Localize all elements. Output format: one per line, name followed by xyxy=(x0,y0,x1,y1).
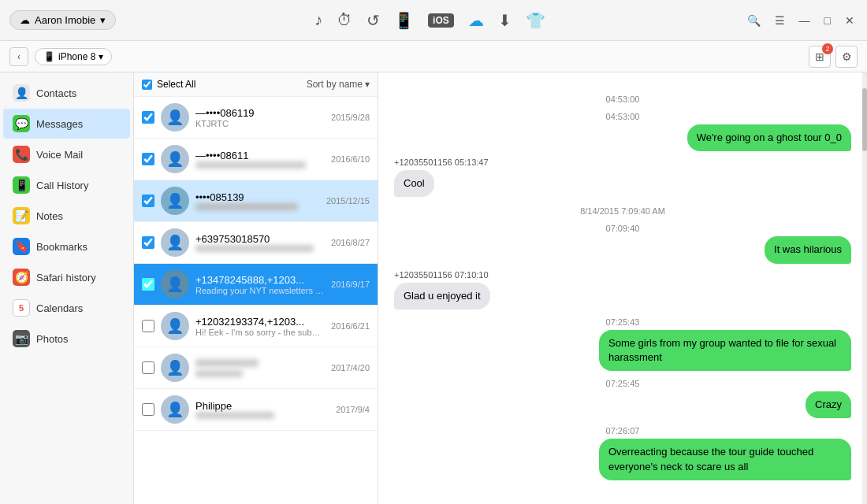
chevron-down-icon: ▾ xyxy=(100,14,106,26)
avatar: 👤 xyxy=(161,187,189,215)
contacts-icon: 👤 xyxy=(13,84,30,102)
import-button[interactable]: ⊞ 2 xyxy=(809,46,831,68)
history-icon[interactable]: ⏱ xyxy=(337,11,352,29)
item-checkbox[interactable] xyxy=(142,320,154,332)
message-bubble: Cool xyxy=(394,170,434,197)
item-checkbox[interactable] xyxy=(142,153,154,165)
message-bubble: It was hilarious xyxy=(765,236,851,263)
contact-meta: 2017/9/4 xyxy=(336,405,370,414)
sidebar-label-contacts: Contacts xyxy=(36,87,76,99)
sidebar-item-callhistory[interactable]: 📱 Call History xyxy=(3,170,130,200)
tshirt-icon[interactable]: 👕 xyxy=(526,11,545,30)
titlebar: ☁ Aaron Imobie ▾ ♪ ⏱ ↺ 📱 iOS ☁ ⬇ 👕 🔍 ☰ —… xyxy=(0,0,867,41)
toolbar-right: ⊞ 2 ⚙ xyxy=(809,46,858,68)
menu-win-button[interactable]: ☰ xyxy=(772,13,788,28)
scrollbar[interactable] xyxy=(862,72,867,504)
search-win-button[interactable]: 🔍 xyxy=(744,13,764,28)
msg-row: It was hilarious xyxy=(394,236,851,263)
contact-date: 2017/9/4 xyxy=(336,405,370,414)
calendars-icon: 5 xyxy=(13,299,30,317)
contact-preview xyxy=(195,161,306,169)
item-checkbox[interactable] xyxy=(142,361,154,374)
item-checkbox[interactable] xyxy=(142,195,154,207)
contact-name xyxy=(195,359,259,367)
maximize-win-button[interactable]: □ xyxy=(821,13,834,28)
item-checkbox[interactable] xyxy=(142,278,154,291)
list-item[interactable]: 👤 +639753018570 2016/8/27 xyxy=(134,222,378,264)
contact-meta: 2015/9/28 xyxy=(331,113,370,122)
toolbar: ‹ 📱 iPhone 8 ▾ ⊞ 2 ⚙ xyxy=(0,41,867,72)
sidebar-item-calendars[interactable]: 5 Calendars xyxy=(3,293,130,323)
safari-icon: 🧭 xyxy=(13,269,30,286)
sort-button[interactable]: Sort by name ▾ xyxy=(307,79,370,90)
cloud-icon: ☁ xyxy=(20,14,30,26)
contact-date: 2016/6/21 xyxy=(331,321,370,331)
sort-chevron-icon: ▾ xyxy=(365,79,370,90)
item-checkbox[interactable] xyxy=(142,403,154,416)
msg-col: Crazy xyxy=(806,391,851,418)
message-bubble: Crazy xyxy=(806,391,851,418)
list-item[interactable]: 👤 Philippe 2017/9/4 xyxy=(134,389,378,431)
callhistory-icon: 📱 xyxy=(13,176,30,194)
settings-button[interactable]: ⚙ xyxy=(835,46,858,68)
device-selector[interactable]: 📱 iPhone 8 ▾ xyxy=(35,48,112,65)
sidebar-item-safarihistory[interactable]: 🧭 Safari history xyxy=(3,262,130,292)
sidebar-item-contacts[interactable]: 👤 Contacts xyxy=(3,78,130,108)
select-all-container[interactable]: Select All xyxy=(142,79,195,90)
back-button[interactable]: ‹ xyxy=(9,47,28,66)
contact-preview: Hi! Eek - I'm so sorry - the subw... xyxy=(195,328,325,337)
list-item[interactable]: 👤 —••••08611 2016/6/10 xyxy=(134,139,378,180)
sender-label: +12035501156 07:10:10 xyxy=(394,270,851,280)
scrollbar-thumb[interactable] xyxy=(862,88,867,151)
list-item[interactable]: 👤 2017/4/20 xyxy=(134,347,378,389)
contact-meta: 2016/6/10 xyxy=(331,154,370,164)
sidebar-label-safarihistory: Safari history xyxy=(36,272,96,284)
sidebar-label-calendars: Calendars xyxy=(36,302,83,314)
ios-icon[interactable]: iOS xyxy=(428,13,454,28)
sidebar-item-notes[interactable]: 📝 Notes xyxy=(3,201,130,231)
message-scroll[interactable]: 04:53:00 04:53:00 We're going on a ghost… xyxy=(378,72,867,504)
time-label: 07:25:43 xyxy=(394,317,851,327)
list-item[interactable]: 👤 +12032193374,+1203... Hi! Eek - I'm so… xyxy=(134,306,378,347)
close-win-button[interactable]: ✕ xyxy=(842,13,858,28)
list-item[interactable]: 👤 ••••085139 2015/12/15 xyxy=(134,180,378,222)
item-checkbox[interactable] xyxy=(142,111,154,124)
msg-row: Overreacting because the tour guide touc… xyxy=(394,439,851,480)
contact-name: Philippe xyxy=(195,400,329,412)
contact-info xyxy=(195,359,325,377)
sidebar-label-messages: Messages xyxy=(36,118,83,130)
sidebar-item-voicemail[interactable]: 📞 Voice Mail xyxy=(3,139,130,169)
sender-label: +12035501156 05:13:47 xyxy=(394,158,851,167)
item-checkbox[interactable] xyxy=(142,236,154,249)
msg-row: We're going on a ghost tour 0_0 xyxy=(394,124,851,151)
icloud-icon[interactable]: ☁ xyxy=(468,11,484,30)
account-name: Aaron Imobie xyxy=(35,14,95,26)
list-item[interactable]: 👤 +13478245888,+1203... Reading your NYT… xyxy=(134,264,378,306)
sidebar-label-bookmarks: Bookmarks xyxy=(36,241,87,253)
contact-name: +12032193374,+1203... xyxy=(195,316,325,328)
avatar: 👤 xyxy=(161,354,189,382)
msg-row: Cool xyxy=(394,170,851,197)
messages-icon: 💬 xyxy=(13,115,30,132)
msg-col: Some girls from my group wanted to file … xyxy=(599,330,851,371)
contact-name: —••••08611 xyxy=(195,150,325,161)
avatar: 👤 xyxy=(161,103,189,132)
avatar: 👤 xyxy=(161,312,189,340)
download-icon[interactable]: ⬇ xyxy=(498,11,512,30)
account-button[interactable]: ☁ Aaron Imobie ▾ xyxy=(9,10,116,30)
sidebar-item-bookmarks[interactable]: 🔖 Bookmarks xyxy=(3,232,130,261)
minimize-win-button[interactable]: — xyxy=(796,13,813,28)
avatar: 👤 xyxy=(161,395,189,424)
photos-icon: 📷 xyxy=(13,330,30,347)
list-item[interactable]: 👤 —••••086119 KTJRTC 2015/9/28 xyxy=(134,97,378,139)
sync-icon[interactable]: ↺ xyxy=(367,11,380,30)
sidebar-item-photos[interactable]: 📷 Photos xyxy=(3,324,130,354)
select-all-checkbox[interactable] xyxy=(142,80,152,90)
phone-icon[interactable]: 📱 xyxy=(394,11,414,30)
contact-name: ••••085139 xyxy=(195,191,320,203)
contact-date: 2016/8/27 xyxy=(331,238,370,247)
music-icon[interactable]: ♪ xyxy=(314,11,322,29)
sidebar-item-messages[interactable]: 💬 Messages xyxy=(3,109,130,139)
time-label: 07:25:45 xyxy=(394,379,851,388)
contact-info: +12032193374,+1203... Hi! Eek - I'm so s… xyxy=(195,316,325,337)
